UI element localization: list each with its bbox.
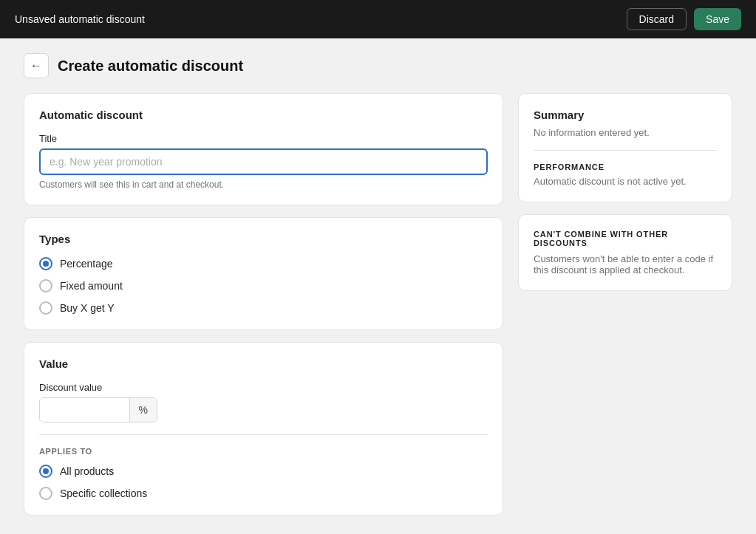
type-percentage-radio[interactable] [39,257,52,270]
discount-value-input-wrap: % [39,397,157,422]
combine-title: CAN'T COMBINE WITH OTHER DISCOUNTS [534,230,717,247]
value-card-title: Value [39,357,488,370]
discount-value-input[interactable] [40,398,129,422]
title-hint: Customers will see this in cart and at c… [39,179,488,190]
title-input[interactable] [39,148,488,175]
type-fixed-amount-radio[interactable] [39,279,52,292]
type-percentage-label: Percentage [60,258,113,270]
discount-value-suffix: % [129,398,157,422]
types-radio-group: Percentage Fixed amount Buy X get Y [39,257,488,315]
applies-specific-collections-label: Specific collections [60,487,147,499]
applies-specific-collections-item[interactable]: Specific collections [39,487,488,500]
summary-card: Summary No information entered yet. PERF… [518,93,732,202]
page-title: Create automatic discount [58,58,243,75]
topbar-title: Unsaved automatic discount [15,13,145,25]
type-buy-x-get-y-item[interactable]: Buy X get Y [39,301,488,315]
page-header: ← Create automatic discount [0,38,756,78]
applies-to-label: APPLIES TO [39,447,488,456]
combine-text: Customers won't be able to enter a code … [534,253,717,275]
topbar-actions: Discard Save [627,8,741,30]
applies-all-products-item[interactable]: All products [39,465,488,478]
types-card: Types Percentage Fixed amount Buy X get … [24,217,503,330]
type-fixed-amount-label: Fixed amount [60,280,123,292]
applies-specific-collections-radio[interactable] [39,487,52,500]
applies-all-products-label: All products [60,465,114,477]
discard-button[interactable]: Discard [627,8,687,30]
back-button[interactable]: ← [24,53,49,78]
automatic-discount-card-title: Automatic discount [39,109,488,121]
save-button[interactable]: Save [694,8,741,30]
summary-divider [534,150,717,151]
type-percentage-item[interactable]: Percentage [39,257,488,270]
performance-label: PERFORMANCE [534,162,717,171]
performance-text: Automatic discount is not active yet. [534,176,717,187]
left-column: Automatic discount Title Customers will … [24,93,503,516]
title-field-label: Title [39,133,488,144]
combine-card: CAN'T COMBINE WITH OTHER DISCOUNTS Custo… [518,214,732,291]
value-card: Value Discount value % APPLIES TO All pr… [24,342,503,516]
right-column: Summary No information entered yet. PERF… [518,93,732,516]
type-buy-x-get-y-radio[interactable] [39,301,52,315]
types-card-title: Types [39,233,488,245]
topbar: Unsaved automatic discount Discard Save [0,0,756,38]
summary-no-info: No information entered yet. [534,127,717,138]
value-divider [39,434,488,435]
type-buy-x-get-y-label: Buy X get Y [60,302,115,314]
back-icon: ← [30,59,42,72]
applies-all-products-radio[interactable] [39,465,52,478]
automatic-discount-card: Automatic discount Title Customers will … [24,93,503,205]
summary-title: Summary [534,109,717,121]
applies-to-radio-group: All products Specific collections [39,465,488,500]
type-fixed-amount-item[interactable]: Fixed amount [39,279,488,292]
content-wrapper: Automatic discount Title Customers will … [0,93,756,534]
discount-value-label: Discount value [39,382,488,393]
